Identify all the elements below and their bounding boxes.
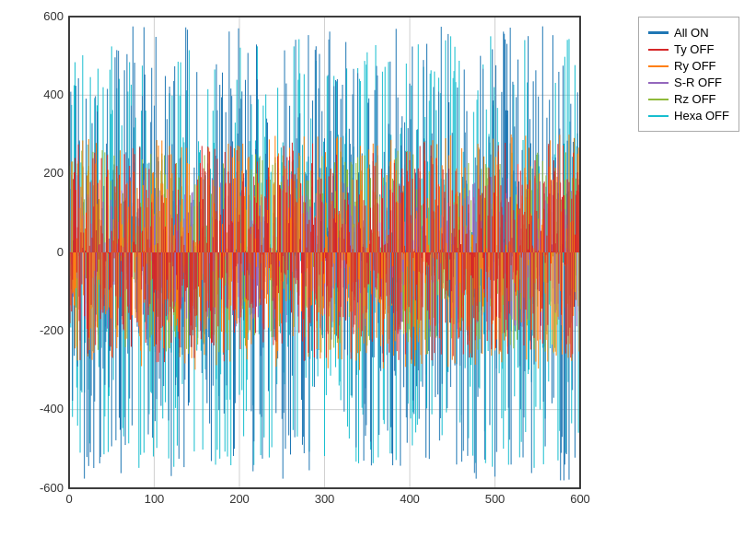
legend-item: Hexa OFF xyxy=(648,109,729,123)
legend-item: All ON xyxy=(648,26,729,40)
legend-color-swatch xyxy=(648,65,669,67)
legend-color-swatch xyxy=(648,115,669,117)
legend-color-swatch xyxy=(648,49,669,51)
chart-legend: All ONTy OFFRy OFFS-R OFFRz OFFHexa OFF xyxy=(638,17,739,132)
legend-label: S-R OFF xyxy=(674,76,722,89)
legend-label: Ty OFF xyxy=(674,42,714,56)
legend-item: S-R OFF xyxy=(648,76,729,89)
chart-container: All ONTy OFFRy OFFS-R OFFRz OFFHexa OFF xyxy=(0,0,756,538)
legend-color-swatch xyxy=(648,31,669,34)
legend-item: Rz OFF xyxy=(648,92,729,106)
legend-item: Ty OFF xyxy=(648,42,729,56)
legend-color-swatch xyxy=(648,99,669,100)
legend-label: Ry OFF xyxy=(674,59,716,73)
legend-label: Rz OFF xyxy=(674,92,716,106)
legend-color-swatch xyxy=(648,82,669,84)
legend-item: Ry OFF xyxy=(648,59,729,73)
legend-label: Hexa OFF xyxy=(674,109,729,123)
legend-label: All ON xyxy=(674,26,709,40)
